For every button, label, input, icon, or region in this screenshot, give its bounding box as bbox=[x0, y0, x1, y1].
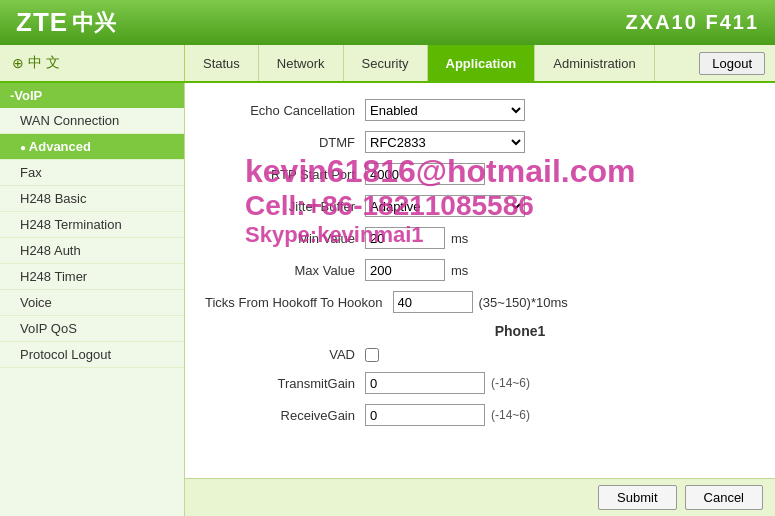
receive-gain-row: ReceiveGain (-14~6) bbox=[205, 404, 755, 426]
logo-zte: ZTE bbox=[16, 7, 68, 38]
tab-network[interactable]: Network bbox=[259, 45, 344, 81]
sidebar-item-voip-qos[interactable]: VoIP QoS bbox=[0, 316, 184, 342]
logout-button[interactable]: Logout bbox=[699, 52, 765, 75]
receive-gain-range: (-14~6) bbox=[491, 408, 530, 422]
echo-cancellation-row: Echo Cancellation Enabled Disabled bbox=[205, 99, 755, 121]
max-value-input[interactable] bbox=[365, 259, 445, 281]
sidebar-section-voip[interactable]: -VoIP bbox=[0, 83, 184, 108]
nav-tabs: Status Network Security Application Admi… bbox=[185, 45, 689, 81]
min-suffix: ms bbox=[451, 231, 468, 246]
transmit-gain-input[interactable] bbox=[365, 372, 485, 394]
globe-icon: ⊕ bbox=[12, 55, 24, 71]
min-value-row: Min Value ms bbox=[205, 227, 755, 249]
receive-gain-input[interactable] bbox=[365, 404, 485, 426]
rtp-start-port-row: RTP Start Port bbox=[205, 163, 755, 185]
transmit-gain-label: TransmitGain bbox=[205, 376, 365, 391]
sidebar-item-advanced[interactable]: Advanced bbox=[0, 134, 184, 160]
sidebar: -VoIP WAN Connection Advanced Fax H248 B… bbox=[0, 83, 185, 516]
ticks-input[interactable] bbox=[393, 291, 473, 313]
logo: ZTE 中兴 bbox=[16, 7, 116, 38]
logout-area: Logout bbox=[689, 45, 775, 81]
device-name: ZXA10 F411 bbox=[626, 11, 759, 34]
cancel-button[interactable]: Cancel bbox=[685, 485, 763, 510]
navbar: ⊕ 中 文 Status Network Security Applicatio… bbox=[0, 45, 775, 83]
header: ZTE 中兴 ZXA10 F411 bbox=[0, 0, 775, 45]
jitter-buffer-row: Jitter Buffer Adaptive Fixed bbox=[205, 195, 755, 217]
min-value-label: Min Value bbox=[205, 231, 365, 246]
bottom-bar: Submit Cancel bbox=[185, 478, 775, 516]
jitter-buffer-select[interactable]: Adaptive Fixed bbox=[365, 195, 525, 217]
main: -VoIP WAN Connection Advanced Fax H248 B… bbox=[0, 83, 775, 516]
sidebar-item-voice[interactable]: Voice bbox=[0, 290, 184, 316]
phone1-header: Phone1 bbox=[285, 323, 755, 339]
max-value-label: Max Value bbox=[205, 263, 365, 278]
transmit-gain-range: (-14~6) bbox=[491, 376, 530, 390]
vad-label: VAD bbox=[205, 347, 365, 362]
sidebar-item-h248-termination[interactable]: H248 Termination bbox=[0, 212, 184, 238]
echo-cancellation-select[interactable]: Enabled Disabled bbox=[365, 99, 525, 121]
ticks-row: Ticks From Hookoff To Hookon (35~150)*10… bbox=[205, 291, 755, 313]
tab-administration[interactable]: Administration bbox=[535, 45, 654, 81]
transmit-gain-row: TransmitGain (-14~6) bbox=[205, 372, 755, 394]
sidebar-item-protocol-logout[interactable]: Protocol Logout bbox=[0, 342, 184, 368]
echo-cancellation-label: Echo Cancellation bbox=[205, 103, 365, 118]
dtmf-select[interactable]: RFC2833 SIP INFO Inband bbox=[365, 131, 525, 153]
content: kevin61816@hotmail.com Cell:+86-18211085… bbox=[185, 83, 775, 516]
tab-application[interactable]: Application bbox=[428, 45, 536, 81]
dtmf-label: DTMF bbox=[205, 135, 365, 150]
sidebar-item-h248-timer[interactable]: H248 Timer bbox=[0, 264, 184, 290]
sidebar-item-h248-basic[interactable]: H248 Basic bbox=[0, 186, 184, 212]
tab-security[interactable]: Security bbox=[344, 45, 428, 81]
max-value-row: Max Value ms bbox=[205, 259, 755, 281]
ticks-label: Ticks From Hookoff To Hookon bbox=[205, 295, 393, 310]
lang-area[interactable]: ⊕ 中 文 bbox=[0, 45, 185, 81]
sidebar-item-fax[interactable]: Fax bbox=[0, 160, 184, 186]
tab-status[interactable]: Status bbox=[185, 45, 259, 81]
jitter-buffer-label: Jitter Buffer bbox=[205, 199, 365, 214]
min-value-input[interactable] bbox=[365, 227, 445, 249]
logo-cn: 中兴 bbox=[72, 8, 116, 38]
sidebar-item-h248-auth[interactable]: H248 Auth bbox=[0, 238, 184, 264]
lang-label: 中 文 bbox=[28, 54, 60, 72]
vad-row: VAD bbox=[205, 347, 755, 362]
rtp-start-port-label: RTP Start Port bbox=[205, 167, 365, 182]
receive-gain-label: ReceiveGain bbox=[205, 408, 365, 423]
dtmf-row: DTMF RFC2833 SIP INFO Inband bbox=[205, 131, 755, 153]
rtp-start-port-input[interactable] bbox=[365, 163, 485, 185]
max-suffix: ms bbox=[451, 263, 468, 278]
ticks-suffix: (35~150)*10ms bbox=[479, 295, 568, 310]
vad-checkbox[interactable] bbox=[365, 348, 379, 362]
submit-button[interactable]: Submit bbox=[598, 485, 676, 510]
sidebar-item-wan-connection[interactable]: WAN Connection bbox=[0, 108, 184, 134]
